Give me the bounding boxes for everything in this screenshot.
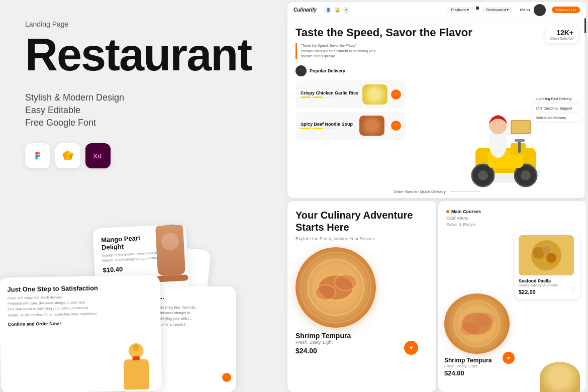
svg-rect-16 [515, 139, 525, 142]
svg-point-12 [478, 170, 488, 180]
delivery-opt-2: 24/7 Customer Support › [532, 105, 582, 112]
preview-cards-area: BubbleBear BubbleBear Cafe,Toppings of M… [0, 211, 286, 392]
scrollbar-thumb [584, 18, 586, 33]
share-icon: ↗ [343, 7, 350, 14]
landing-label: Landing Page [25, 20, 261, 28]
xd-badge: Xd [85, 143, 111, 168]
right-panel: Culinarify 👤 🔔 ↗ Platform ▾ Restaurant ▾… [286, 0, 588, 392]
order-cta-row: Order Now for Quick Delivery [394, 189, 480, 194]
seafood-sub: Hearty, Savory, Authentic [519, 283, 576, 287]
hero-right: 12K+ Client Satisfied [455, 18, 586, 198]
feature-3: Free Google Font [25, 118, 261, 128]
food-img-2 [359, 116, 384, 136]
shrimp-tempura-image [296, 247, 376, 328]
scrollbar [584, 18, 586, 198]
preview-hero-content: Taste the Speed, Savor the Flavor "Taste… [287, 18, 586, 198]
brand-logo: Culinarify [293, 7, 317, 13]
sides-extras-tab[interactable]: Sides & Extras [446, 222, 578, 227]
stat-number: 12K+ [550, 29, 573, 37]
food-img-1 [362, 84, 387, 105]
restaurant-hero-preview: Culinarify 👤 🔔 ↗ Platform ▾ Restaurant ▾… [287, 2, 586, 198]
delivery-opt-3: Scheduled Delivery › [532, 114, 582, 122]
partial-dish-image [540, 362, 580, 392]
shrimp-dish-image [444, 293, 510, 354]
restaurant-pill[interactable]: Restaurant ▾ [482, 7, 513, 13]
like-button[interactable]: ♥ [404, 341, 418, 355]
food-btn-2[interactable]: › [391, 121, 401, 131]
menu-label: Menu [520, 8, 530, 12]
seafood-image [519, 235, 574, 275]
seafood-paella-card: Seafood Paella Hearty, Savory, Authentic… [515, 231, 580, 299]
svg-point-25 [316, 285, 336, 300]
partial-dish [540, 362, 580, 392]
seafood-name: Seafood Paella [519, 278, 576, 283]
svg-rect-15 [518, 140, 521, 153]
menu-categories: Main Courses Kids' Menu Sides & Extras [446, 209, 578, 227]
sketch-badge [55, 143, 80, 168]
hero-quote: "Taste the Speed, Savor the Flavor" enca… [296, 43, 376, 59]
user-icon: 👤 [325, 7, 332, 14]
platform-pill[interactable]: Platform ▾ [447, 7, 473, 13]
menu-preview: Main Courses Kids' Menu Sides & Extras S… [438, 201, 586, 392]
main-courses-tab[interactable]: Main Courses [446, 209, 578, 214]
svg-point-31 [542, 246, 550, 254]
culinary-title: Your Culinary Adventure Starts Here [296, 209, 428, 233]
order-cta-text: Order Now for Quick Delivery [394, 189, 446, 194]
feature-1: Stylish & Modern Design [25, 92, 261, 103]
svg-text:Xd: Xd [93, 152, 102, 160]
features-list: Stylish & Modern Design Easy Editable Fr… [25, 92, 261, 128]
svg-point-10 [521, 170, 531, 180]
svg-point-35 [474, 313, 495, 327]
shrimp-name: Shrimp Tempura [296, 332, 428, 340]
food-item-2: Spicy Beef Noodle Soup › [296, 112, 406, 140]
menu-toggle[interactable] [534, 4, 546, 16]
svg-point-34 [460, 322, 478, 335]
delivery-steps-card: Just One Step to Satisfaction Order and … [0, 275, 162, 392]
svg-point-30 [546, 253, 556, 263]
culinary-preview: Your Culinary Adventure Starts Here Expl… [287, 201, 436, 392]
tools-row: Xd [25, 143, 261, 168]
shrimp-area: Shrimp Tempura Fresh, Zesty, Light $24.0… [296, 247, 428, 355]
shrimp-card-menu: Shrimp Tempura Fresh, Zesty, Light $24.0… [444, 293, 510, 377]
shrimp-like-btn[interactable]: ♥ [503, 352, 515, 364]
seafood-like[interactable]: ♡ [570, 287, 576, 295]
left-panel: Landing Page Restaurant Stylish & Modern… [0, 0, 286, 392]
popular-icon [296, 65, 307, 76]
figma-badge [25, 143, 50, 168]
stats-card: 12K+ Client Satisfied [545, 26, 578, 43]
popular-label: Popular Delivery [310, 68, 345, 73]
nav-pills: Platform ▾ Restaurant ▾ [447, 7, 513, 13]
contact-button[interactable]: Contact Us [552, 7, 580, 13]
food-info-2: Spicy Beef Noodle Soup [301, 122, 353, 129]
food-info-1: Crispy Chicken Garlic Rice [301, 90, 358, 98]
order-line [450, 191, 480, 192]
culinary-subtitle: Explore the Feast, Indulge Your Senses [296, 236, 428, 241]
feature-2: Easy Editable [25, 105, 261, 116]
svg-rect-21 [512, 121, 530, 133]
main-title: Restaurant [25, 32, 261, 77]
preview-navbar: Culinarify 👤 🔔 ↗ Platform ▾ Restaurant ▾… [287, 2, 586, 18]
bell-icon: 🔔 [334, 7, 341, 14]
food-item-1: Crispy Chicken Garlic Rice › [296, 80, 406, 109]
svg-point-26 [335, 274, 357, 290]
kids-menu-tab[interactable]: Kids' Menu [446, 216, 578, 221]
delivery-options: Lightning-Fast Delivery › 24/7 Customer … [532, 95, 582, 122]
stat-label: Client Satisfied [550, 37, 573, 40]
nav-icons: 👤 🔔 ↗ [325, 7, 350, 14]
seafood-price: $22.00 [519, 289, 536, 295]
delivery-opt-1: Lightning-Fast Delivery › [532, 95, 582, 103]
food-btn-1[interactable]: › [391, 89, 401, 100]
